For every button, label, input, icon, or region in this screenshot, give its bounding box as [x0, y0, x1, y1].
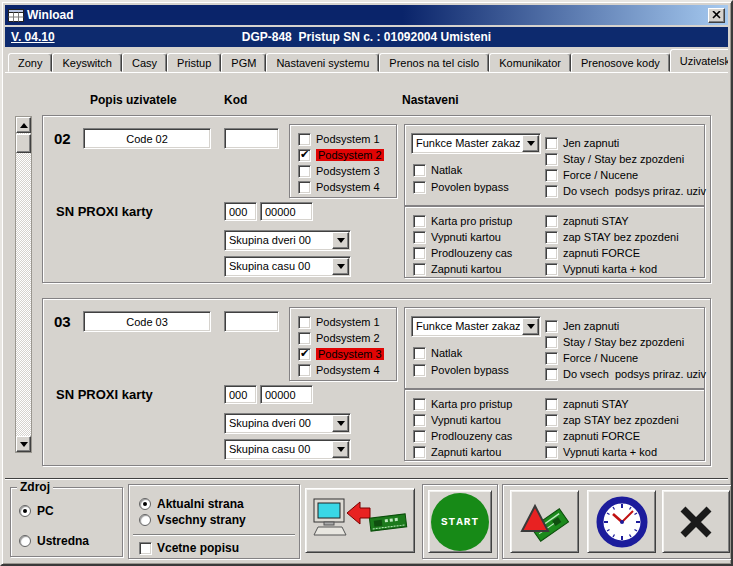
zapnuti-kartou-checkbox[interactable]	[413, 446, 426, 459]
vypnuti-karta-kod-row[interactable]: Vypnuti karta + kod	[545, 262, 657, 276]
tab-prenos-na-tel-cislo[interactable]: Prenos na tel cislo	[379, 53, 489, 72]
zapnuti-stay-checkbox[interactable]	[545, 215, 558, 228]
karta-pro-pristup-row[interactable]: Karta pro pristup	[413, 214, 512, 228]
verify-button[interactable]	[510, 490, 579, 553]
tab-pgm[interactable]: PGM	[221, 53, 266, 72]
close-button[interactable]	[708, 8, 725, 23]
master-function-dropdown[interactable]: Funkce Master zakaza	[411, 133, 541, 154]
force-row[interactable]: Force / Nucene	[545, 168, 638, 182]
vypnuti-kartou-checkbox[interactable]	[413, 414, 426, 427]
force-row[interactable]: Force / Nucene	[545, 351, 638, 365]
zapnuti-kartou-row[interactable]: Zapnuti kartou	[413, 445, 501, 459]
page-all-radio-row[interactable]: Vsechny strany	[139, 513, 246, 527]
jen-zapnuti-row[interactable]: Jen zapnuti	[545, 319, 619, 333]
zapnuti-force-checkbox[interactable]	[545, 430, 558, 443]
podsystem-3-row[interactable]: Podsystem 3	[298, 347, 384, 361]
title-bar[interactable]: Winload	[5, 5, 728, 25]
zapnuti-force-row[interactable]: zapnuti FORCE	[545, 429, 640, 443]
jen-zapnuti-row[interactable]: Jen zapnuti	[545, 136, 619, 150]
source-pc-radio-row[interactable]: PC	[19, 504, 54, 518]
vypnuti-karta-kod-checkbox[interactable]	[545, 446, 558, 459]
natlak-row[interactable]: Natlak	[413, 163, 462, 177]
povolen-bypass-row[interactable]: Povolen bypass	[413, 180, 509, 194]
tab-komunikator[interactable]: Komunikator	[489, 53, 571, 72]
zap-stay-bez-zpozdeni-row[interactable]: zap STAY bez zpozdeni	[545, 413, 679, 427]
tab-prenosove-kody[interactable]: Prenosove kody	[571, 53, 670, 72]
zapnuti-kartou-row[interactable]: Zapnuti kartou	[413, 262, 501, 276]
podsystem-3-checkbox[interactable]	[298, 165, 311, 178]
jen-zapnuti-checkbox[interactable]	[545, 137, 558, 150]
chevron-down-icon[interactable]	[332, 258, 349, 275]
zap-stay-bez-zpozdeni-checkbox[interactable]	[545, 414, 558, 427]
sn-prefix-input[interactable]	[224, 202, 257, 221]
exit-button[interactable]	[662, 490, 730, 553]
do-vsech-checkbox[interactable]	[545, 368, 558, 381]
povolen-bypass-checkbox[interactable]	[413, 364, 426, 377]
povolen-bypass-row[interactable]: Povolen bypass	[413, 363, 509, 377]
podsystem-2-checkbox[interactable]	[298, 149, 311, 162]
user-code-input[interactable]	[224, 311, 279, 332]
vypnuti-kartou-row[interactable]: Vypnuti kartou	[413, 230, 501, 244]
vypnuti-karta-kod-checkbox[interactable]	[545, 263, 558, 276]
prodlouzeny-cas-row[interactable]: Prodlouzeny cas	[413, 246, 512, 260]
karta-pro-pristup-checkbox[interactable]	[413, 215, 426, 228]
zapnuti-force-checkbox[interactable]	[545, 247, 558, 260]
podsystem-2-row[interactable]: Podsystem 2	[298, 148, 384, 162]
chevron-down-icon[interactable]	[332, 441, 349, 458]
prodlouzeny-cas-checkbox[interactable]	[413, 247, 426, 260]
vypnuti-kartou-checkbox[interactable]	[413, 231, 426, 244]
force-checkbox[interactable]	[545, 352, 558, 365]
natlak-checkbox[interactable]	[413, 347, 426, 360]
do-vsech-row[interactable]: Do vsech podsys priraz. uziv	[545, 367, 706, 381]
zapnuti-stay-row[interactable]: zapnuti STAY	[545, 214, 629, 228]
tab-pristup[interactable]: Pristup	[167, 53, 221, 72]
zapnuti-stay-row[interactable]: zapnuti STAY	[545, 397, 629, 411]
page-current-radio[interactable]	[139, 498, 151, 510]
karta-pro-pristup-row[interactable]: Karta pro pristup	[413, 397, 512, 411]
vypnuti-karta-kod-row[interactable]: Vypnuti karta + kod	[545, 445, 657, 459]
vypnuti-kartou-row[interactable]: Vypnuti kartou	[413, 413, 501, 427]
master-function-dropdown[interactable]: Funkce Master zakaza	[411, 316, 541, 337]
include-desc-checkbox[interactable]	[139, 542, 152, 555]
sn-number-input[interactable]	[260, 202, 313, 221]
user-name-input[interactable]	[83, 128, 211, 149]
skupina-dveri-dropdown[interactable]: Skupina dveri 00	[224, 230, 351, 251]
prodlouzeny-cas-checkbox[interactable]	[413, 430, 426, 443]
zapnuti-kartou-checkbox[interactable]	[413, 263, 426, 276]
chevron-down-icon[interactable]	[332, 232, 349, 249]
podsystem-4-row[interactable]: Podsystem 4	[298, 363, 380, 377]
source-pc-radio[interactable]	[19, 505, 31, 517]
do-vsech-checkbox[interactable]	[545, 185, 558, 198]
user-name-input[interactable]	[83, 311, 211, 332]
tab-keyswitch[interactable]: Keyswitch	[52, 53, 122, 72]
podsystem-1-checkbox[interactable]	[298, 316, 311, 329]
scroll-thumb[interactable]	[16, 134, 31, 153]
do-vsech-row[interactable]: Do vsech podsys priraz. uziv	[545, 184, 706, 198]
skupina-casu-dropdown[interactable]: Skupina casu 00	[224, 439, 351, 460]
stay-row[interactable]: Stay / Stay bez zpozdeni	[545, 335, 684, 349]
tab-casy[interactable]: Casy	[122, 53, 167, 72]
clock-button[interactable]	[587, 490, 656, 553]
prodlouzeny-cas-row[interactable]: Prodlouzeny cas	[413, 429, 512, 443]
podsystem-1-row[interactable]: Podsystem 1	[298, 132, 380, 146]
stay-row[interactable]: Stay / Stay bez zpozdeni	[545, 152, 684, 166]
page-current-radio-row[interactable]: Aktualni strana	[139, 497, 244, 511]
receive-from-panel-button[interactable]	[305, 488, 415, 553]
tab-zony[interactable]: Zony	[8, 53, 52, 72]
scroll-down-button[interactable]	[16, 436, 31, 452]
source-ustredna-radio-row[interactable]: Ustredna	[19, 534, 89, 548]
povolen-bypass-checkbox[interactable]	[413, 181, 426, 194]
tab-nastaveni-systemu[interactable]: Nastaveni systemu	[266, 53, 379, 72]
chevron-down-icon[interactable]	[522, 318, 539, 335]
page-all-radio[interactable]	[139, 514, 151, 526]
podsystem-3-row[interactable]: Podsystem 3	[298, 164, 380, 178]
podsystem-3-checkbox[interactable]	[298, 348, 311, 361]
user-scrollbar[interactable]	[15, 116, 32, 453]
zap-stay-bez-zpozdeni-row[interactable]: zap STAY bez zpozdeni	[545, 230, 679, 244]
chevron-down-icon[interactable]	[332, 415, 349, 432]
force-checkbox[interactable]	[545, 169, 558, 182]
karta-pro-pristup-checkbox[interactable]	[413, 398, 426, 411]
source-ustredna-radio[interactable]	[19, 535, 31, 547]
stay-checkbox[interactable]	[545, 153, 558, 166]
jen-zapnuti-checkbox[interactable]	[545, 320, 558, 333]
